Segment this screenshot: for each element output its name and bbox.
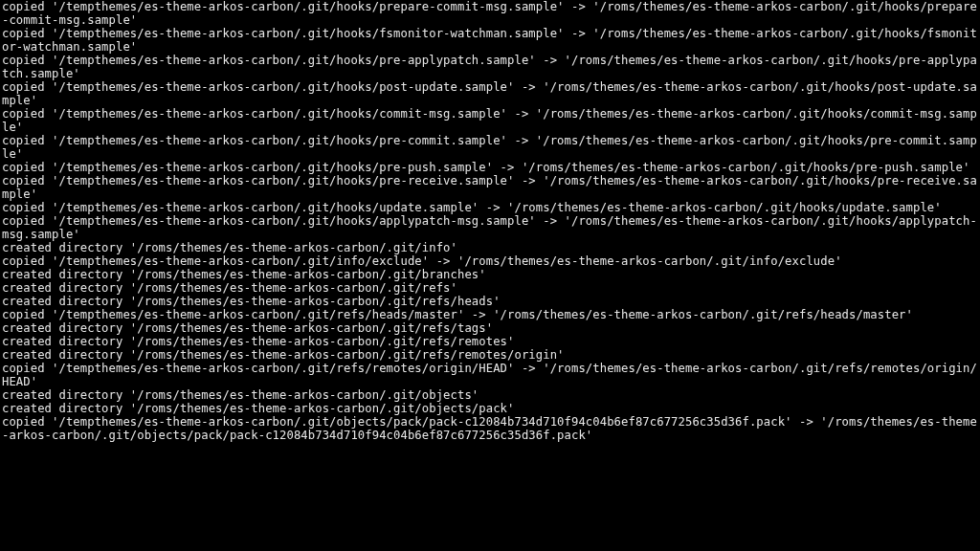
terminal-output: copied '/tempthemes/es-theme-arkos-carbo… — [0, 0, 980, 442]
